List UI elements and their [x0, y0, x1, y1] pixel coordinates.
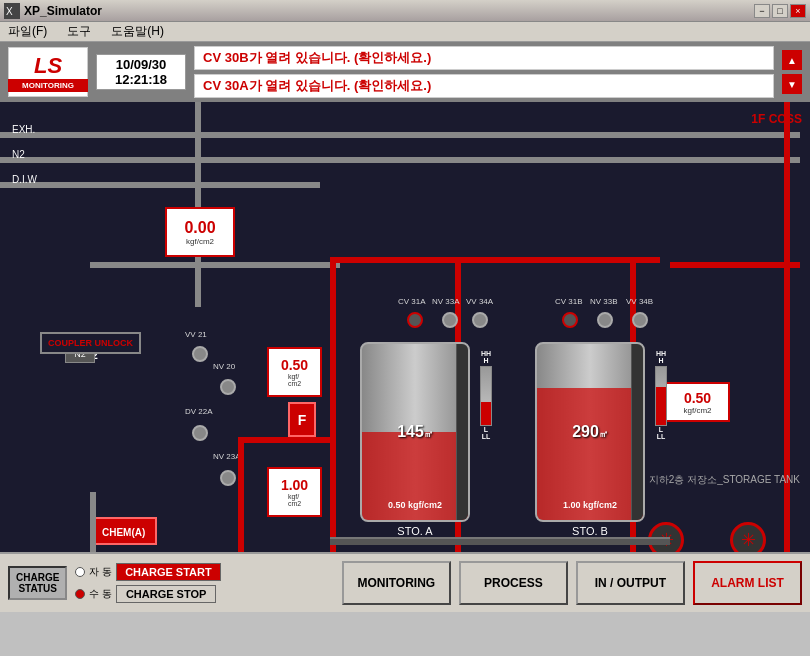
label-diw: D.I.W [12, 174, 37, 185]
alert-area: CV 30B가 열려 있습니다. (확인하세요.) CV 30A가 열려 있습니… [194, 46, 774, 98]
nav-alarm-list[interactable]: ALARM LIST [693, 561, 802, 605]
gauge-left: 0.50 kgf/ cm2 [267, 347, 322, 397]
main-display: EXH. N2 D.I.W 1F CCSS 0.00 kgf/cm2 0.50 … [0, 102, 810, 552]
maximize-button[interactable]: □ [772, 4, 788, 18]
l-label-b: L [659, 426, 663, 433]
valve-dv22a[interactable] [192, 425, 208, 441]
tank-b-bar [631, 344, 643, 520]
tank-a-bar [456, 344, 468, 520]
window-icon: X [4, 3, 20, 19]
filter-box: F [288, 402, 316, 437]
manual-row: 수 동 CHARGE STOP [75, 585, 220, 603]
label-vv34b: VV 34B [626, 297, 653, 306]
coupler-unlock-box[interactable]: COUPLER UNLOCK [40, 332, 141, 354]
valve-cv31b[interactable] [562, 312, 578, 328]
label-cv31a: CV 31A [398, 297, 426, 306]
svg-text:X: X [6, 6, 13, 17]
monitoring-badge: MONITORING [8, 79, 88, 92]
label-nv33b: NV 33B [590, 297, 618, 306]
pipe-tanks-h [330, 257, 660, 263]
manual-label: 수 동 [89, 587, 112, 601]
gauge-top: 0.00 kgf/cm2 [165, 207, 235, 257]
gauge-right: 0.50 kgf/cm2 [665, 382, 730, 422]
pipe-exh [0, 132, 800, 138]
coupler-unlock-label: COUPLER UNLOCK [48, 338, 133, 348]
gauge-top-value: 0.00 [184, 219, 215, 237]
pipe-v-left-bottom [90, 492, 96, 552]
tank-a-label: STO. A [360, 525, 470, 537]
alert-1: CV 30B가 열려 있습니다. (확인하세요.) [194, 46, 774, 70]
radio-manual[interactable] [75, 589, 85, 599]
pipe-n2 [0, 157, 800, 163]
hh-label-a: HH [481, 350, 491, 357]
menu-help[interactable]: 도움말(H) [107, 23, 168, 40]
minimize-button[interactable]: − [754, 4, 770, 18]
title-bar: X XP_Simulator − □ × [0, 0, 810, 22]
pipe-red-top [670, 262, 800, 268]
valve-vv34a[interactable] [472, 312, 488, 328]
pipe-v-gauge [195, 102, 201, 207]
hh-label-b: HH [656, 350, 666, 357]
tank-a-body: 145㎥ 0.50 kgf/cm2 [360, 342, 470, 522]
valve-nv33a[interactable] [442, 312, 458, 328]
auto-row: 자 동 CHARGE START [75, 563, 220, 581]
tank-a: 145㎥ 0.50 kgf/cm2 STO. A [360, 342, 470, 537]
charge-controls: 자 동 CHARGE START 수 동 CHARGE STOP [75, 563, 220, 603]
tank-a-level-indicator: HH H L LL [480, 350, 492, 440]
pipe-mid-v-red [238, 437, 244, 552]
close-button[interactable]: × [790, 4, 806, 18]
charge-stop-button[interactable]: CHARGE STOP [116, 585, 216, 603]
gauge-bottom-value: 1.00 [281, 477, 308, 493]
charge-status-label: CHARGE STATUS [16, 572, 59, 594]
ls-logo: LS MONITORING [8, 47, 88, 97]
datetime-display: 10/09/30 12:21:18 [96, 54, 186, 90]
bottom-bar: CHARGE STATUS 자 동 CHARGE START 수 동 CHARG… [0, 552, 810, 612]
label-nv33a: NV 33A [432, 297, 460, 306]
nav-in-output[interactable]: IN / OUTPUT [576, 561, 685, 605]
menu-tools[interactable]: 도구 [63, 23, 95, 40]
label-exh: EXH. [12, 124, 35, 135]
nav-monitoring[interactable]: MONITORING [342, 561, 451, 605]
header: LS MONITORING 10/09/30 12:21:18 CV 30B가 … [0, 42, 810, 102]
arrow-up[interactable]: ▲ [782, 50, 802, 70]
nav-process[interactable]: PROCESS [459, 561, 568, 605]
tank-b-value: 290㎥ [572, 423, 608, 441]
valve-vv21[interactable] [192, 346, 208, 362]
pipe-h-mid [90, 262, 340, 268]
pipe-v-mid [195, 257, 201, 307]
label-vv21: VV 21 [185, 330, 207, 339]
h-label-a: H [483, 357, 488, 364]
label-nv23a: NV 23A [213, 452, 241, 461]
tank-a-value: 145㎥ [397, 423, 433, 441]
arrow-down[interactable]: ▼ [782, 74, 802, 94]
fan-b[interactable]: ✳ [730, 522, 766, 552]
gauge-right-unit: kgf/cm2 [683, 406, 711, 415]
tank-b-level-indicator: HH H L LL [655, 350, 667, 440]
gauge-top-unit: kgf/cm2 [186, 237, 214, 246]
window-title: XP_Simulator [24, 4, 754, 18]
radio-auto[interactable] [75, 567, 85, 577]
gauge-left-value: 0.50 [281, 357, 308, 373]
menu-bar: 파일(F) 도구 도움말(H) [0, 22, 810, 42]
valve-cv31a[interactable] [407, 312, 423, 328]
tank-b: 290㎥ 1.00 kgf/cm2 STO. B [535, 342, 645, 537]
date-display: 10/09/30 [116, 57, 167, 72]
charge-start-button[interactable]: CHARGE START [116, 563, 221, 581]
label-n2: N2 [12, 149, 25, 160]
time-display: 12:21:18 [115, 72, 167, 87]
h-label-b: H [658, 357, 663, 364]
menu-file[interactable]: 파일(F) [4, 23, 51, 40]
label-nv20: NV 20 [213, 362, 235, 371]
valve-nv20[interactable] [220, 379, 236, 395]
valve-nv33b[interactable] [597, 312, 613, 328]
alert-2: CV 30A가 열려 있습니다. (확인하세요.) [194, 74, 774, 98]
chem-a-button[interactable]: CHEM(A) [90, 517, 157, 545]
valve-vv34b[interactable] [632, 312, 648, 328]
tank-a-pressure: 0.50 kgf/cm2 [362, 500, 468, 510]
valve-nv23a[interactable] [220, 470, 236, 486]
l-label-a: L [484, 426, 488, 433]
gauge-bottom: 1.00 kgf/ cm2 [267, 467, 322, 517]
label-cv31b: CV 31B [555, 297, 583, 306]
auto-label: 자 동 [89, 565, 112, 579]
footer-label: 지하2층 저장소_STORAGE TANK [649, 473, 800, 487]
